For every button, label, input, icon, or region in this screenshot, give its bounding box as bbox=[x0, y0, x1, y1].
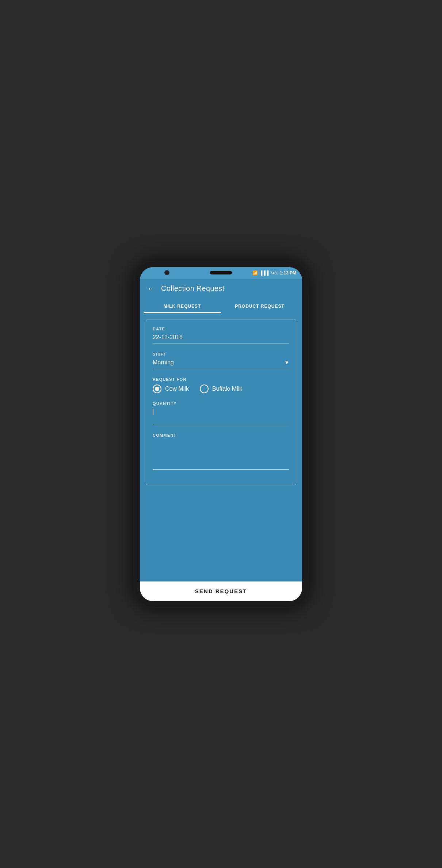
request-for-field-group: REQUEST FOR Cow Milk Buffalo Milk bbox=[153, 377, 289, 393]
shift-value: Morning bbox=[153, 359, 174, 366]
date-value[interactable]: 22-12-2018 bbox=[153, 334, 289, 344]
status-icons: 📶 ▐▐▐ 74% 1:13 PM bbox=[252, 270, 296, 276]
quantity-field-group: QUANTITY bbox=[153, 401, 289, 425]
date-label: DATE bbox=[153, 327, 289, 331]
radio-label-buffalo: Buffalo Milk bbox=[212, 386, 242, 392]
bottom-bar: SEND REQUEST bbox=[140, 581, 302, 601]
form-card: DATE 22-12-2018 SHIFT Morning ▼ REQUEST … bbox=[146, 319, 296, 486]
back-button[interactable]: ← bbox=[147, 284, 155, 293]
shift-dropdown[interactable]: Morning ▼ bbox=[153, 359, 289, 369]
radio-circle-buffalo bbox=[200, 384, 209, 393]
shift-field-group: SHIFT Morning ▼ bbox=[153, 352, 289, 369]
comment-input[interactable] bbox=[153, 440, 289, 470]
text-cursor bbox=[153, 409, 153, 415]
quantity-input[interactable] bbox=[153, 415, 289, 422]
wifi-icon: 📶 bbox=[252, 270, 258, 276]
app-header: ← Collection Request bbox=[140, 279, 302, 299]
camera bbox=[164, 270, 169, 275]
tab-product-request[interactable]: PRODUCT REQUEST bbox=[221, 299, 298, 313]
request-for-label: REQUEST FOR bbox=[153, 377, 289, 382]
radio-cow-milk[interactable]: Cow Milk bbox=[153, 384, 189, 393]
signal-icon: ▐▐▐ bbox=[259, 270, 269, 276]
tab-milk-request[interactable]: MILK REQUEST bbox=[144, 299, 221, 313]
radio-circle-cow bbox=[153, 384, 161, 393]
comment-field-group: COMMENT bbox=[153, 433, 289, 470]
phone-shell: 📶 ▐▐▐ 74% 1:13 PM ← Collection Request M… bbox=[133, 261, 309, 608]
quantity-label: QUANTITY bbox=[153, 401, 289, 406]
radio-group: Cow Milk Buffalo Milk bbox=[153, 384, 289, 393]
battery-level: 74% bbox=[270, 271, 278, 275]
date-field-group: DATE 22-12-2018 bbox=[153, 327, 289, 344]
comment-label: COMMENT bbox=[153, 433, 289, 437]
phone-screen: 📶 ▐▐▐ 74% 1:13 PM ← Collection Request M… bbox=[140, 267, 302, 601]
main-content: DATE 22-12-2018 SHIFT Morning ▼ REQUEST … bbox=[140, 313, 302, 581]
radio-buffalo-milk[interactable]: Buffalo Milk bbox=[200, 384, 242, 393]
tabs-bar: MILK REQUEST PRODUCT REQUEST bbox=[140, 299, 302, 313]
chevron-down-icon: ▼ bbox=[284, 360, 289, 365]
radio-label-cow: Cow Milk bbox=[165, 386, 189, 392]
status-time: 1:13 PM bbox=[280, 270, 296, 276]
send-request-button[interactable]: SEND REQUEST bbox=[147, 588, 295, 594]
quantity-input-wrap bbox=[153, 409, 289, 425]
page-title: Collection Request bbox=[161, 284, 224, 293]
shift-label: SHIFT bbox=[153, 352, 289, 356]
